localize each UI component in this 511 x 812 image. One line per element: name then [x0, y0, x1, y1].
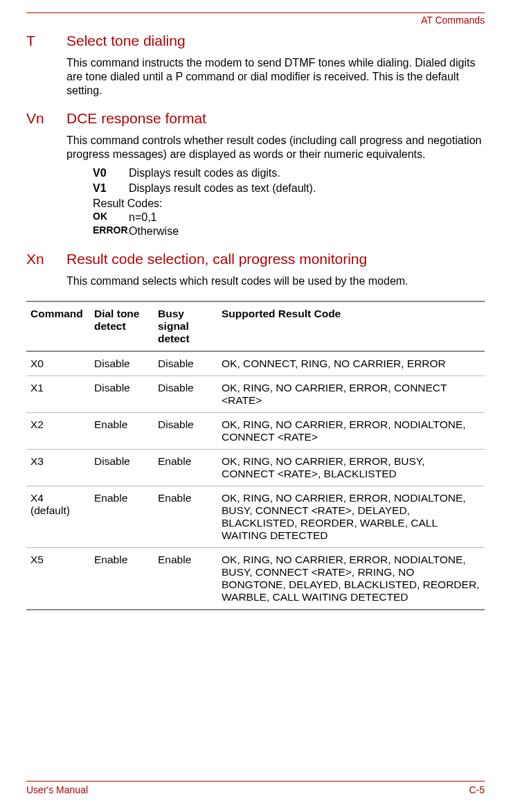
- cell-dial: Disable: [90, 351, 154, 376]
- result-error-row: ERROR Otherwise: [93, 224, 485, 238]
- cell-dial: Disable: [90, 450, 154, 486]
- result-ok-val: n=0,1: [129, 211, 156, 224]
- cell-command: X4 (default): [26, 486, 90, 548]
- cell-dial: Disable: [90, 376, 154, 413]
- th-dial-line2: detect: [94, 320, 150, 333]
- section-xn-body: This command selects which result codes …: [66, 274, 485, 288]
- option-v0-key: V0: [93, 166, 129, 181]
- cell-command: X0: [26, 351, 90, 376]
- section-xn-code: Xn: [26, 251, 66, 267]
- table-body: X0 Disable Disable OK, CONNECT, RING, NO…: [26, 351, 485, 610]
- cell-command: X2: [26, 413, 90, 450]
- result-ok-row: OK n=0,1: [93, 211, 485, 224]
- page-footer: User's Manual C-5: [26, 781, 485, 795]
- section-xn-title: Result code selection, call progress mon…: [66, 251, 367, 267]
- table-row: X4 (default) Enable Enable OK, RING, NO …: [26, 486, 485, 548]
- table-row: X2 Enable Disable OK, RING, NO CARRIER, …: [26, 413, 485, 450]
- section-vn-title: DCE response format: [66, 110, 206, 127]
- cell-busy: Disable: [154, 376, 217, 413]
- cell-command: X1: [26, 376, 90, 413]
- result-codes-label: Result Codes:: [93, 197, 485, 211]
- section-t-body: This command instructs the modem to send…: [66, 56, 485, 98]
- option-v1-desc: Displays result codes as text (default).: [129, 181, 316, 196]
- cell-supported: OK, RING, NO CARRIER, ERROR, CONNECT <RA…: [217, 376, 485, 413]
- section-vn-body: This command controls whether result cod…: [66, 134, 485, 161]
- result-code-table: Command Dial tone detect Busy signal det…: [26, 301, 485, 610]
- table-row: X5 Enable Enable OK, RING, NO CARRIER, E…: [26, 548, 485, 610]
- table-row: X0 Disable Disable OK, CONNECT, RING, NO…: [26, 351, 485, 376]
- cell-supported: OK, RING, NO CARRIER, ERROR, NODIALTONE,…: [217, 486, 485, 548]
- th-busy-line1: Busy signal: [158, 308, 213, 333]
- cell-supported: OK, RING, NO CARRIER, ERROR, NODIALTONE,…: [217, 413, 485, 450]
- section-t: T Select tone dialing This command instr…: [26, 33, 485, 98]
- section-xn: Xn Result code selection, call progress …: [26, 251, 485, 288]
- result-error-key: ERROR: [93, 224, 129, 238]
- th-busy-signal: Busy signal detect: [154, 301, 217, 351]
- footer-rule: [26, 781, 485, 782]
- cell-busy: Enable: [154, 450, 217, 486]
- table-row: X1 Disable Disable OK, RING, NO CARRIER,…: [26, 376, 485, 413]
- cell-dial: Enable: [90, 548, 154, 610]
- section-vn-result-codes: Result Codes: OK n=0,1 ERROR Otherwise: [93, 197, 485, 238]
- section-xn-heading: Xn Result code selection, call progress …: [26, 251, 485, 267]
- cell-supported: OK, CONNECT, RING, NO CARRIER, ERROR: [217, 351, 485, 376]
- th-dial-line1: Dial tone: [94, 308, 150, 320]
- section-vn: Vn DCE response format This command cont…: [26, 110, 485, 238]
- cell-command: X5: [26, 548, 90, 610]
- cell-command: X3: [26, 450, 90, 486]
- result-error-val: Otherwise: [129, 224, 179, 238]
- footer-row: User's Manual C-5: [26, 784, 485, 795]
- th-busy-line2: detect: [158, 333, 213, 345]
- cell-busy: Enable: [154, 486, 217, 548]
- header-rule: [26, 12, 485, 13]
- cell-busy: Enable: [154, 548, 217, 610]
- section-t-title: Select tone dialing: [66, 33, 186, 49]
- option-v1-key: V1: [93, 181, 129, 196]
- option-v0-desc: Displays result codes as digits.: [129, 166, 280, 181]
- footer-left: User's Manual: [26, 784, 88, 795]
- option-v1: V1 Displays result codes as text (defaul…: [93, 181, 485, 196]
- cell-busy: Disable: [154, 351, 217, 376]
- header-right-label: AT Commands: [26, 15, 485, 26]
- table-header-row: Command Dial tone detect Busy signal det…: [26, 301, 485, 351]
- section-vn-options: V0 Displays result codes as digits. V1 D…: [93, 166, 485, 195]
- section-t-heading: T Select tone dialing: [26, 33, 485, 49]
- cell-supported: OK, RING, NO CARRIER, ERROR, BUSY, CONNE…: [217, 450, 485, 486]
- cell-supported: OK, RING, NO CARRIER, ERROR, NODIALTONE,…: [217, 548, 485, 610]
- table-row: X3 Disable Enable OK, RING, NO CARRIER, …: [26, 450, 485, 486]
- cell-busy: Disable: [154, 413, 217, 450]
- th-dial-tone: Dial tone detect: [90, 301, 154, 351]
- footer-right: C-5: [469, 784, 485, 795]
- result-ok-key: OK: [93, 211, 129, 224]
- option-v0: V0 Displays result codes as digits.: [93, 166, 485, 181]
- section-t-code: T: [26, 33, 66, 49]
- section-vn-code: Vn: [26, 110, 66, 127]
- th-command: Command: [26, 301, 90, 351]
- section-vn-heading: Vn DCE response format: [26, 110, 485, 127]
- cell-dial: Enable: [90, 486, 154, 548]
- cell-dial: Enable: [90, 413, 154, 450]
- th-supported: Supported Result Code: [217, 301, 485, 351]
